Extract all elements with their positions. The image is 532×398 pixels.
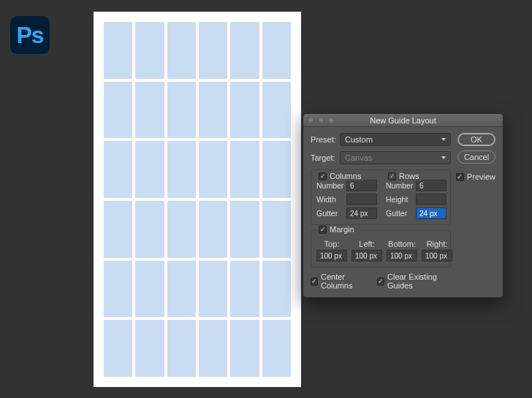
center-columns-toggle[interactable]: Center Columns [311,272,368,290]
clear-guides-toggle[interactable]: Clear Existing Guides [377,272,451,290]
guide-cell [135,201,164,258]
rows-gutter-field[interactable]: 24 px [416,207,446,219]
margin-bottom-label: Bottom: [388,240,416,248]
guide-cell [167,261,196,318]
guide-cell [262,320,291,377]
margin-bottom-field[interactable]: 100 px [387,250,417,261]
guide-cell [230,82,259,139]
columns-width-field[interactable] [346,194,377,205]
guide-cell [230,22,259,79]
photoshop-logo: Ps [10,16,50,54]
guide-cell [199,320,227,377]
rows-checkbox[interactable] [388,172,396,180]
guide-cell [262,82,291,139]
guide-cell [104,22,132,79]
margin-heading: Margin [330,225,354,234]
guide-cell [262,201,291,258]
margin-top-field[interactable]: 100 px [316,250,347,261]
margin-section: Margin Top: 100 px Left: 100 px Bottom: … [311,230,451,267]
columns-heading: Columns [330,172,361,180]
columns-rows-section: Columns Number 6 Width Gutter 24 px [311,169,451,225]
guide-cell [262,261,291,318]
target-value: Canvas [345,153,372,162]
guide-cell [262,141,291,198]
margin-checkbox[interactable] [319,226,327,234]
guide-cell [135,22,164,79]
rows-number-field[interactable]: 6 [416,180,446,191]
guide-cell [135,320,164,377]
rows-height-label: Height [386,195,414,204]
rows-gutter-label: Gutter [386,209,414,218]
preview-label: Preview [467,172,495,181]
columns-checkbox[interactable] [319,172,327,180]
clear-guides-label: Clear Existing Guides [387,272,451,290]
margin-right-label: Right: [427,240,448,248]
guide-cell [135,261,164,318]
center-columns-label: Center Columns [321,272,368,290]
preview-checkbox[interactable] [456,173,464,181]
columns-gutter-label: Gutter [316,209,344,218]
columns-number-field[interactable]: 6 [346,180,377,191]
guide-cell [230,261,259,318]
guide-cell [167,320,196,377]
margin-right-field[interactable]: 100 px [422,250,452,261]
guide-cell [230,320,259,377]
margin-top-label: Top: [324,240,340,248]
guide-cell [199,261,227,318]
rows-heading: Rows [399,172,419,180]
preset-label: Preset: [311,135,340,144]
dialog-titlebar[interactable]: New Guide Layout [303,114,503,127]
guide-cell [104,82,132,139]
guide-cell [199,141,227,198]
target-label: Target: [311,153,340,162]
guide-cell [230,141,259,198]
guide-cell [230,201,259,258]
rows-height-field[interactable] [416,194,446,205]
photoshop-logo-text: Ps [16,22,43,49]
cancel-button[interactable]: Cancel [457,150,495,164]
ok-button[interactable]: OK [457,133,495,146]
guide-cell [167,22,196,79]
rows-number-label: Number [386,181,414,190]
guide-cell [104,320,132,377]
guide-cell [262,22,291,79]
preset-value: Custom [345,135,373,144]
guide-cell [104,141,132,198]
guide-cell [199,201,227,258]
margin-left-field[interactable]: 100 px [352,250,382,261]
columns-group: Columns Number 6 Width Gutter 24 px [316,177,377,219]
preset-dropdown[interactable]: Custom [340,133,451,146]
guide-grid [104,22,291,377]
guide-cell [104,261,132,318]
guide-cell [199,22,227,79]
guide-cell [167,201,196,258]
columns-gutter-field[interactable]: 24 px [346,207,377,219]
columns-width-label: Width [316,195,344,204]
guide-cell [135,141,164,198]
guide-cell [167,82,196,139]
guide-cell [135,82,164,139]
dialog-title: New Guide Layout [303,116,503,125]
clear-guides-checkbox[interactable] [377,278,384,286]
guide-cell [199,82,227,139]
preview-toggle[interactable]: Preview [456,172,495,181]
target-dropdown: Canvas [340,151,451,164]
guide-cell [104,201,132,258]
columns-number-label: Number [316,181,344,190]
center-columns-checkbox[interactable] [311,278,318,286]
canvas-document [94,12,301,387]
new-guide-layout-dialog: New Guide Layout OK Cancel Preview Prese… [303,113,503,298]
guide-cell [167,141,196,198]
rows-group: Rows Number 6 Height Gutter 24 px [386,177,446,219]
margin-left-label: Left: [359,240,374,248]
